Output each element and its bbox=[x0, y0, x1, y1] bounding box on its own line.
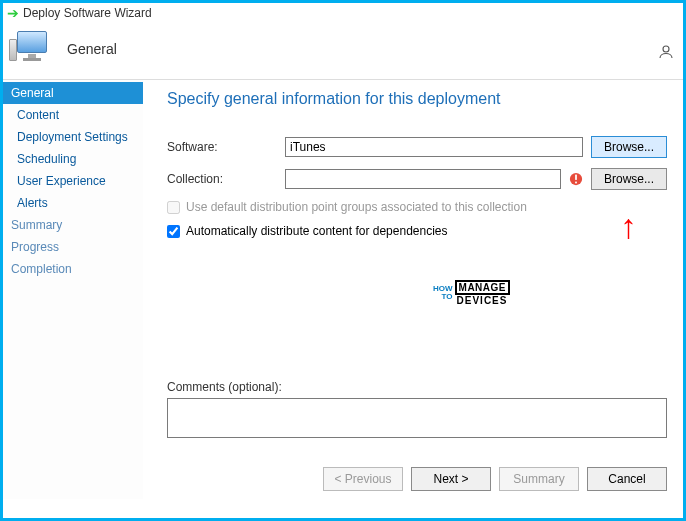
sidebar-item-user-experience[interactable]: User Experience bbox=[3, 170, 143, 192]
wizard-steps-sidebar: GeneralContentDeployment SettingsSchedul… bbox=[3, 80, 143, 499]
warning-icon bbox=[569, 172, 583, 186]
wizard-buttons: < Previous Next > Summary Cancel bbox=[323, 467, 667, 491]
sidebar-item-general[interactable]: General bbox=[3, 82, 143, 104]
browse-collection-button[interactable]: Browse... bbox=[591, 168, 667, 190]
comments-textarea[interactable] bbox=[167, 398, 667, 438]
sidebar-item-scheduling[interactable]: Scheduling bbox=[3, 148, 143, 170]
auto-distribute-label: Automatically distribute content for dep… bbox=[186, 224, 448, 238]
svg-rect-3 bbox=[575, 182, 577, 184]
page-heading: Specify general information for this dep… bbox=[167, 90, 667, 108]
wizard-arrow-icon: ➔ bbox=[7, 5, 19, 21]
svg-point-0 bbox=[663, 46, 669, 52]
summary-button: Summary bbox=[499, 467, 579, 491]
watermark-devices: DEVICES bbox=[457, 295, 510, 306]
next-button[interactable]: Next > bbox=[411, 467, 491, 491]
cancel-button[interactable]: Cancel bbox=[587, 467, 667, 491]
user-icon bbox=[657, 43, 675, 61]
default-dp-checkbox bbox=[167, 201, 180, 214]
collection-label: Collection: bbox=[167, 172, 277, 186]
watermark: HOW TO MANAGE DEVICES bbox=[433, 280, 510, 306]
watermark-manage: MANAGE bbox=[455, 280, 510, 295]
browse-software-button[interactable]: Browse... bbox=[591, 136, 667, 158]
auto-distribute-checkbox[interactable] bbox=[167, 225, 180, 238]
auto-distribute-row: Automatically distribute content for dep… bbox=[167, 224, 667, 238]
computer-icon bbox=[13, 29, 53, 69]
annotation-arrow-icon: ↑ bbox=[620, 216, 637, 236]
sidebar-item-content[interactable]: Content bbox=[3, 104, 143, 126]
watermark-to: TO bbox=[433, 293, 453, 301]
sidebar-item-deployment-settings[interactable]: Deployment Settings bbox=[3, 126, 143, 148]
software-label: Software: bbox=[167, 140, 277, 154]
sidebar-item-summary[interactable]: Summary bbox=[3, 214, 143, 236]
sidebar-item-completion[interactable]: Completion bbox=[3, 258, 143, 280]
sidebar-item-progress[interactable]: Progress bbox=[3, 236, 143, 258]
window-title: Deploy Software Wizard bbox=[23, 6, 152, 20]
default-dp-label: Use default distribution point groups as… bbox=[186, 200, 527, 214]
default-dp-row: Use default distribution point groups as… bbox=[167, 200, 667, 214]
comments-label: Comments (optional): bbox=[167, 380, 667, 394]
wizard-content: Specify general information for this dep… bbox=[143, 80, 683, 499]
software-row: Software: Browse... bbox=[167, 136, 667, 158]
previous-button: < Previous bbox=[323, 467, 403, 491]
sidebar-item-alerts[interactable]: Alerts bbox=[3, 192, 143, 214]
svg-rect-2 bbox=[575, 175, 577, 180]
collection-row: Collection: Browse... bbox=[167, 168, 667, 190]
comments-area: Comments (optional): bbox=[167, 380, 667, 441]
header-section-title: General bbox=[67, 41, 117, 57]
wizard-header: General bbox=[3, 23, 683, 79]
software-input[interactable] bbox=[285, 137, 583, 157]
collection-input[interactable] bbox=[285, 169, 561, 189]
title-bar: ➔ Deploy Software Wizard bbox=[3, 3, 683, 23]
